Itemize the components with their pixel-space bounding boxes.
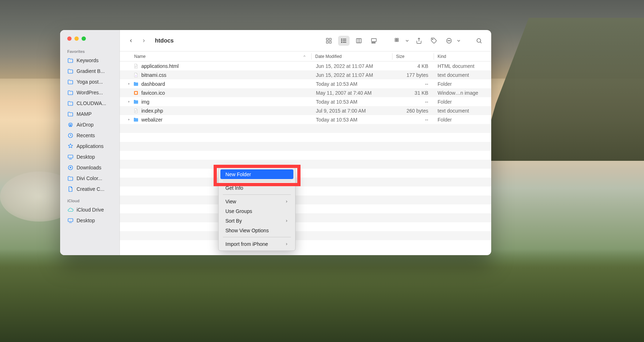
svg-point-25 xyxy=(449,40,449,41)
menu-item-sort-by[interactable]: Sort By xyxy=(220,216,293,225)
sidebar-item-recents[interactable]: Recents xyxy=(60,130,119,141)
sidebar-item-yoga-post-[interactable]: Yoga post... xyxy=(60,76,119,87)
fullscreen-button[interactable] xyxy=(82,36,86,41)
disclosure-triangle-icon[interactable] xyxy=(126,117,131,122)
column-header-size[interactable]: Size xyxy=(392,54,434,59)
sidebar-item-downloads[interactable]: Downloads xyxy=(60,162,119,173)
sidebar-item-desktop[interactable]: Desktop xyxy=(60,152,119,162)
forward-button[interactable] xyxy=(139,36,148,45)
group-by-button[interactable] xyxy=(392,36,403,46)
sidebar-item-wordpres-[interactable]: WordPres... xyxy=(60,87,119,98)
context-menu: New FolderGet InfoViewUse GroupsSort ByS… xyxy=(218,167,296,251)
menu-item-label: Sort By xyxy=(225,218,242,224)
file-name: bitnami.css xyxy=(141,72,312,78)
sidebar-header-icloud: iCloud xyxy=(60,197,119,204)
disclosure-triangle-icon[interactable] xyxy=(126,81,131,86)
file-row[interactable]: index.phpJul 9, 2015 at 7:00 AM260 bytes… xyxy=(120,106,491,115)
file-row[interactable]: bitnami.cssJun 15, 2022 at 11:07 AM177 b… xyxy=(120,70,491,79)
file-row[interactable]: favicon.icoMay 11, 2007 at 7:40 AM31 KBW… xyxy=(120,88,491,97)
sidebar-item-label: MAMP xyxy=(77,111,92,117)
menu-item-use-groups[interactable]: Use Groups xyxy=(220,206,293,216)
sidebar-item-label: Desktop xyxy=(77,218,95,223)
file-kind: HTML document xyxy=(434,63,491,69)
menu-item-get-info[interactable]: Get Info xyxy=(220,183,293,193)
empty-row xyxy=(120,240,491,249)
file-name: img xyxy=(141,99,312,105)
column-header-kind[interactable]: Kind xyxy=(434,54,491,59)
svg-marker-30 xyxy=(128,101,130,103)
file-size: -- xyxy=(393,117,434,123)
view-columns-button[interactable] xyxy=(353,36,365,46)
sidebar-item-mamp[interactable]: MAMP xyxy=(60,109,119,119)
empty-row xyxy=(120,178,491,187)
menu-item-import-from-iphone[interactable]: Import from iPhone xyxy=(220,239,293,249)
empty-row xyxy=(120,195,491,204)
sidebar: Favorites KeywordsGradient B...Yoga post… xyxy=(60,30,120,255)
back-button[interactable] xyxy=(126,36,136,45)
sidebar-item-applications[interactable]: Applications xyxy=(60,141,119,152)
svg-rect-19 xyxy=(395,40,396,41)
airdrop-icon xyxy=(67,122,74,128)
sidebar-item-desktop[interactable]: Desktop xyxy=(60,215,119,226)
file-date: Today at 10:53 AM xyxy=(312,117,393,123)
disclosure-triangle-icon[interactable] xyxy=(126,99,131,104)
empty-row xyxy=(120,133,491,142)
svg-point-24 xyxy=(448,40,448,41)
menu-item-new-folder[interactable]: New Folder xyxy=(220,169,293,179)
file-date: Today at 10:53 AM xyxy=(312,81,393,87)
svg-point-26 xyxy=(450,40,450,41)
view-icons-button[interactable] xyxy=(323,36,335,46)
html-icon xyxy=(133,63,139,69)
column-header-date[interactable]: Date Modified xyxy=(312,54,392,59)
sidebar-item-divi-color-[interactable]: Divi Color... xyxy=(60,173,119,184)
column-header-name[interactable]: Name xyxy=(134,54,311,59)
file-size: 260 bytes xyxy=(393,108,434,114)
sidebar-item-label: CLOUDWA... xyxy=(77,100,106,106)
menu-item-label: Show View Options xyxy=(225,228,269,233)
file-row[interactable]: applications.htmlJun 15, 2022 at 11:07 A… xyxy=(120,61,491,70)
sidebar-item-icloud-drive[interactable]: iCloud Drive xyxy=(60,204,119,215)
close-button[interactable] xyxy=(67,36,72,41)
file-kind: Window…n image xyxy=(434,90,491,96)
sidebar-item-gradient-b-[interactable]: Gradient B... xyxy=(60,66,119,76)
menu-item-view[interactable]: View xyxy=(220,197,293,206)
view-list-button[interactable] xyxy=(338,36,350,46)
sidebar-item-keywords[interactable]: Keywords xyxy=(60,55,119,66)
view-gallery-button[interactable] xyxy=(368,36,380,46)
sidebar-item-label: Downloads xyxy=(77,165,101,170)
empty-row xyxy=(120,124,491,133)
sidebar-header-favorites: Favorites xyxy=(60,47,119,55)
sidebar-item-label: iCloud Drive xyxy=(77,207,104,213)
folder-icon xyxy=(67,89,74,96)
menu-item-label: Use Groups xyxy=(225,208,252,214)
sidebar-item-cloudwa-[interactable]: CLOUDWA... xyxy=(60,98,119,109)
folder-icon xyxy=(133,117,139,123)
sidebar-item-creative-c-[interactable]: Creative C... xyxy=(60,184,119,194)
file-row[interactable]: imgToday at 10:53 AM--Folder xyxy=(120,97,491,106)
empty-row xyxy=(120,187,491,195)
minimize-button[interactable] xyxy=(74,36,79,41)
file-size: -- xyxy=(393,99,434,105)
file-kind: Folder xyxy=(434,99,491,105)
sidebar-item-airdrop[interactable]: AirDrop xyxy=(60,119,119,130)
more-actions-dropdown[interactable] xyxy=(456,36,461,46)
search-button[interactable] xyxy=(473,36,485,46)
file-list[interactable]: applications.htmlJun 15, 2022 at 11:07 A… xyxy=(120,61,491,255)
tags-button[interactable] xyxy=(428,36,440,46)
window-title: htdocs xyxy=(155,38,174,44)
file-row[interactable]: dashboardToday at 10:53 AM--Folder xyxy=(120,79,491,88)
svg-rect-1 xyxy=(330,38,331,40)
svg-rect-3 xyxy=(330,41,331,43)
more-actions-button[interactable] xyxy=(443,36,455,46)
sidebar-item-label: Gradient B... xyxy=(77,68,105,74)
group-by-dropdown[interactable] xyxy=(405,36,410,46)
empty-row xyxy=(120,151,491,160)
svg-marker-29 xyxy=(128,83,130,85)
file-date: Jul 9, 2015 at 7:00 AM xyxy=(312,108,393,114)
file-row[interactable]: webalizerToday at 10:53 AM--Folder xyxy=(120,115,491,124)
share-button[interactable] xyxy=(413,36,425,46)
menu-item-show-view-options[interactable]: Show View Options xyxy=(220,225,293,235)
file-date: Jun 15, 2022 at 11:07 AM xyxy=(312,63,393,69)
window-controls xyxy=(60,36,119,47)
empty-row xyxy=(120,142,491,151)
